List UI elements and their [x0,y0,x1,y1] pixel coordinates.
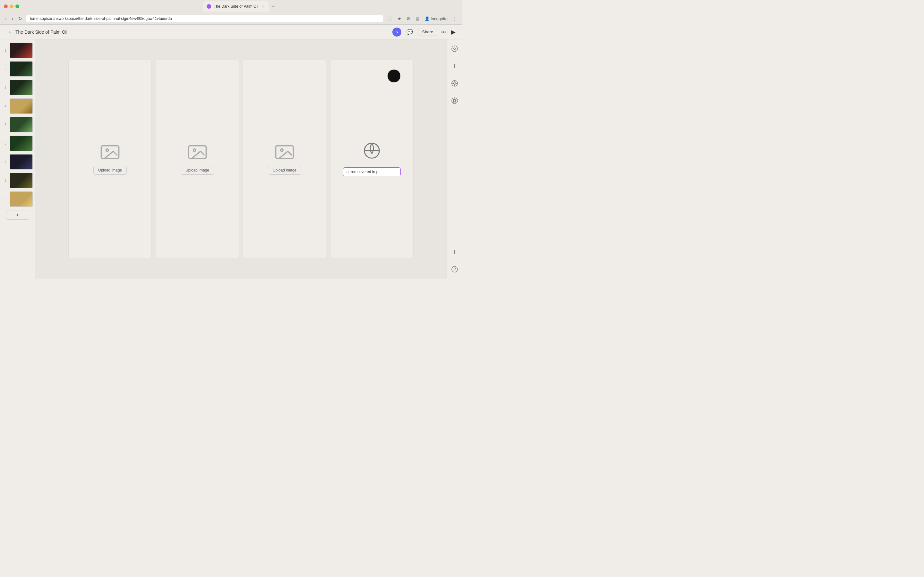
palette-toolbar-button[interactable] [449,95,460,106]
slides-grid: Upload image Upload image [68,60,414,258]
traffic-lights [4,5,19,8]
slide-item-1[interactable]: 1 [3,42,32,59]
slide-item-8[interactable]: 8 [3,172,32,189]
slide-thumb-9 [10,191,33,207]
slide-thumb-6 [10,135,33,151]
svg-point-15 [453,100,454,101]
fullscreen-traffic-light[interactable] [15,5,19,8]
browser-chrome: The Dark Side of Palm Oil × + ‹ › ↻ tome… [0,0,462,25]
main-content: 1 2 3 4 5 6 7 [0,39,462,279]
extension-icon[interactable]: ⚙ [405,15,412,23]
ai-cursor [388,69,401,82]
canvas-area: Upload image Upload image [35,39,447,279]
slide-item-6[interactable]: 6 [3,135,32,152]
slide-thumb-4 [10,98,33,114]
tab-close-button[interactable]: × [261,4,265,9]
slide-item-2[interactable]: 2 [3,61,32,77]
browser-icons: ⬜ ★ ⚙ ▤ 👤 Incognito ⋮ [386,15,458,23]
ai-toolbar-button[interactable] [449,43,460,54]
more-button[interactable]: ••• [440,28,447,36]
slide-item-3[interactable]: 3 [3,79,32,96]
minimize-traffic-light[interactable] [10,5,13,8]
upload-area-2[interactable]: Upload image [181,143,214,175]
add-toolbar-button[interactable] [449,61,460,71]
svg-point-16 [454,99,455,100]
target-toolbar-button[interactable] [449,78,460,89]
slide-thumb-8 [10,173,33,188]
svg-rect-4 [276,146,293,159]
slide-thumb-1 [10,43,33,58]
ai-prompt-text: a tree covered in p [347,169,397,174]
upload-button-2[interactable]: Upload image [181,166,214,175]
upload-area-1[interactable]: Upload image [94,143,127,175]
upload-button-3[interactable]: Upload image [268,166,301,175]
forward-button[interactable]: › [11,15,15,23]
screencast-icon[interactable]: ⬜ [386,15,394,23]
slide-thumb-5 [10,117,33,132]
tab-bar: The Dark Side of Palm Oil × + [177,1,303,11]
svg-point-17 [455,100,456,101]
back-nav-button[interactable]: ← [5,28,15,36]
comment-button[interactable]: 💬 [404,27,415,36]
svg-point-20 [451,266,457,272]
app: ← The Dark Side of Palm Oil S 💬 Share ••… [0,25,462,279]
active-tab[interactable]: The Dark Side of Palm Oil × [203,1,269,11]
menu-icon[interactable]: ⋮ [451,15,458,23]
slide-panel-3: Upload image [243,60,326,258]
svg-point-9 [453,82,456,84]
share-button[interactable]: Share [418,28,438,36]
upload-button-1[interactable]: Upload image [94,166,127,175]
image-placeholder-icon-2 [187,143,208,161]
play-button[interactable]: ▶ [450,27,457,37]
svg-point-1 [106,149,108,152]
slide-item-5[interactable]: 5 [3,116,32,133]
reload-button[interactable]: ↻ [17,15,23,23]
profile-icon[interactable]: 👤 Incognito [423,15,449,23]
bookmark-icon[interactable]: ★ [396,15,403,23]
slide-thumb-2 [10,61,33,77]
svg-point-5 [280,149,283,152]
image-placeholder-icon-3 [274,143,295,161]
page-title: The Dark Side of Palm Oil [15,29,393,35]
back-button[interactable]: ‹ [4,15,8,23]
image-placeholder-icon-1 [100,143,120,161]
slide-thumb-7 [10,154,33,169]
comment-icon: 💬 [407,29,413,35]
openai-icon [363,142,381,161]
ai-panel: a tree covered in p [330,60,414,258]
svg-rect-0 [101,146,119,159]
close-traffic-light[interactable] [4,5,8,8]
svg-point-3 [193,149,196,152]
add-slide-button[interactable]: + [6,211,29,219]
slide-panel-1: Upload image [68,60,152,258]
ai-prompt-input[interactable]: a tree covered in p [343,167,401,176]
help-button[interactable] [449,264,460,275]
sidebar-icon[interactable]: ▤ [414,15,421,23]
upload-area-3[interactable]: Upload image [268,143,301,175]
header-actions: S 💬 Share ••• ▶ [393,27,457,37]
add-floating-button[interactable] [449,247,460,258]
tab-favicon [207,4,211,9]
slide-sidebar: 1 2 3 4 5 6 7 [0,39,35,279]
ai-cursor-blink [397,169,397,174]
right-toolbar [447,39,462,279]
avatar: S [393,27,401,37]
slide-thumb-3 [10,80,33,95]
app-header: ← The Dark Side of Palm Oil S 💬 Share ••… [0,25,462,39]
slide-panel-2: Upload image [156,60,239,258]
slide-item-9[interactable]: 9 [3,191,32,207]
tab-title: The Dark Side of Palm Oil [214,4,258,9]
slide-item-4[interactable]: 4 [3,98,32,114]
new-tab-button[interactable]: + [269,3,277,9]
address-bar: ‹ › ↻ tome.app/sarahsworkspace/the-dark-… [0,13,462,24]
svg-rect-2 [188,146,206,159]
slide-item-7[interactable]: 7 [3,153,32,170]
address-input[interactable]: tome.app/sarahsworkspace/the-dark-side-o… [26,15,383,22]
title-bar: The Dark Side of Palm Oil × + [0,0,462,13]
